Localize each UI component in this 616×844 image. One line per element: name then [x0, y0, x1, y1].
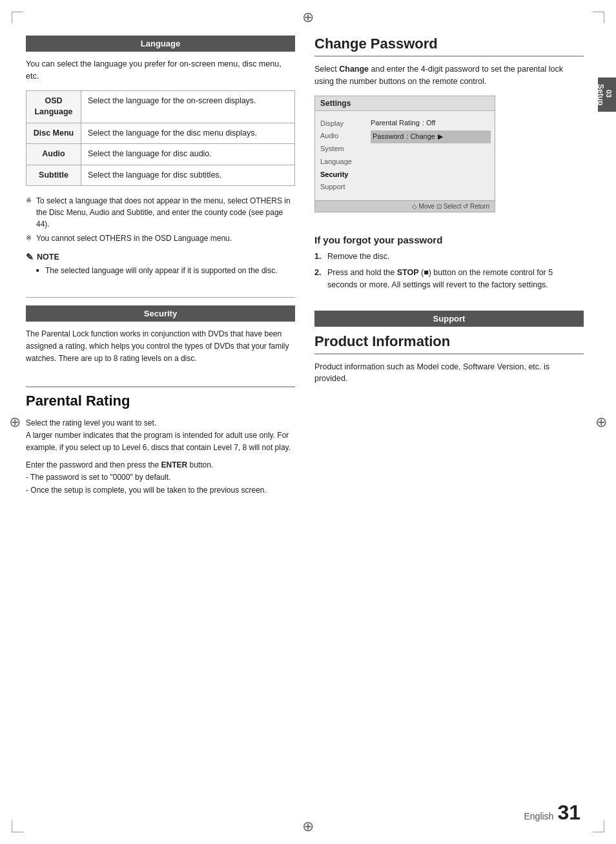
language-header: Language: [26, 36, 295, 52]
corner-mark-br: [593, 821, 604, 832]
language-notes: To select a language that does not appea…: [26, 195, 295, 244]
compass-right-icon: ⊕: [595, 414, 607, 431]
forgot-step-1: 1. Remove the disc.: [314, 251, 584, 263]
right-column: Change Password Select Change and enter …: [314, 36, 584, 808]
settings-password-row: Password : Change ▶: [371, 130, 491, 143]
change-password-section: Change Password Select Change and enter …: [314, 36, 584, 223]
note-title: ✎ NOTE: [26, 252, 295, 262]
password-value: : Change: [406, 131, 435, 143]
chapter-tab: 03 Setup: [598, 77, 616, 112]
settings-box-title: Settings: [315, 96, 495, 111]
settings-parental-row: Parental Rating : Off: [371, 118, 491, 129]
security-intro: The Parental Lock function works in conj…: [26, 328, 295, 365]
product-info-text: Product information such as Model code, …: [314, 361, 584, 386]
parental-rating-section: Parental Rating Select the rating level …: [26, 386, 295, 502]
language-intro: You can select the language you prefer f…: [26, 58, 295, 83]
table-row: OSDLanguage Select the language for the …: [26, 90, 295, 123]
bottom-language: English: [524, 811, 553, 821]
corner-mark-bl: [12, 821, 23, 832]
subtitle-label: Subtitle: [26, 165, 81, 186]
table-row: Subtitle Select the language for disc su…: [26, 165, 295, 186]
parental-rating-value: : Off: [422, 118, 436, 129]
step-number: 2.: [314, 267, 321, 279]
note-label: NOTE: [37, 252, 59, 262]
bottom-bar: English 31: [524, 801, 580, 825]
forgot-step-2: 2. Press and hold the STOP (■) button on…: [314, 267, 584, 291]
osd-label: OSDLanguage: [26, 90, 81, 123]
corner-mark-tl: [12, 12, 23, 23]
forgot-steps: 1. Remove the disc. 2. Press and hold th…: [314, 251, 584, 291]
menu-item-display: Display: [320, 118, 362, 130]
security-section: Security The Parental Lock function work…: [26, 297, 295, 375]
stop-bold: STOP: [397, 268, 419, 277]
note-item: To select a language that does not appea…: [26, 195, 295, 230]
forgot-title: If you forgot your password: [314, 234, 584, 245]
support-header: Support: [314, 311, 584, 327]
left-column: Language You can select the language you…: [26, 36, 295, 808]
disc-menu-label: Disc Menu: [26, 123, 81, 144]
compass-bottom-icon: ⊕: [302, 818, 314, 835]
enter-bold: ENTER: [161, 460, 187, 469]
note-icon: ✎: [26, 252, 34, 262]
menu-item-language: Language: [320, 156, 362, 169]
table-row: Disc Menu Select the language for the di…: [26, 123, 295, 144]
menu-item-security-active: Security: [320, 169, 362, 181]
forgot-password-section: If you forgot your password 1. Remove th…: [314, 234, 584, 294]
parental-para1: Select the rating level you want to set.…: [26, 417, 295, 455]
compass-left-icon: ⊕: [9, 414, 21, 431]
settings-box-body: Display Audio System Language Security S…: [315, 111, 495, 201]
security-header: Security: [26, 305, 295, 322]
settings-content-area: Parental Rating : Off Password : Change …: [367, 115, 495, 197]
corner-mark-tr: [593, 12, 604, 23]
settings-box-footer: ◇ Move ⊡ Select ↺ Return: [315, 200, 495, 212]
audio-label: Audio: [26, 144, 81, 165]
chapter-label: Setup: [596, 84, 605, 105]
disc-menu-desc: Select the language for the disc menu di…: [81, 123, 295, 144]
product-info-title: Product Information: [314, 333, 584, 355]
parental-rating-content: Select the rating level you want to set.…: [26, 417, 295, 497]
note-content-list: The selected language will only appear i…: [26, 265, 295, 276]
step-number: 1.: [314, 251, 321, 263]
menu-item-support: Support: [320, 181, 362, 194]
table-row: Audio Select the language for disc audio…: [26, 144, 295, 165]
menu-item-system: System: [320, 143, 362, 156]
password-label: Password: [373, 131, 404, 143]
change-bold: Change: [339, 65, 369, 74]
main-content: Language You can select the language you…: [26, 36, 584, 808]
subtitle-desc: Select the language for disc subtitles.: [81, 165, 295, 186]
chapter-number: 03: [605, 90, 613, 98]
osd-desc: Select the language for the on-screen di…: [81, 90, 295, 123]
arrow-right-icon: ▶: [438, 131, 443, 143]
menu-item-audio: Audio: [320, 130, 362, 143]
note-box: ✎ NOTE The selected language will only a…: [26, 252, 295, 276]
settings-box: Settings Display Audio System Language S…: [314, 96, 495, 213]
compass-top-icon: ⊕: [302, 9, 314, 26]
parental-para2: Enter the password and then press the EN…: [26, 459, 295, 497]
parental-rating-label: Parental Rating: [371, 118, 420, 129]
note-content-item: The selected language will only appear i…: [36, 265, 295, 276]
parental-rating-title: Parental Rating: [26, 393, 295, 409]
page-number: 31: [557, 801, 580, 825]
language-table: OSDLanguage Select the language for the …: [26, 90, 295, 187]
change-password-title: Change Password: [314, 36, 584, 57]
change-password-intro: Select Change and enter the 4-digit pass…: [314, 63, 584, 88]
audio-desc: Select the language for disc audio.: [81, 144, 295, 165]
language-section: Language You can select the language you…: [26, 36, 295, 285]
note-item: You cannot select OTHERS in the OSD Lang…: [26, 232, 295, 244]
settings-menu-list: Display Audio System Language Security S…: [315, 115, 367, 197]
support-section: Support Product Information Product info…: [314, 311, 584, 386]
